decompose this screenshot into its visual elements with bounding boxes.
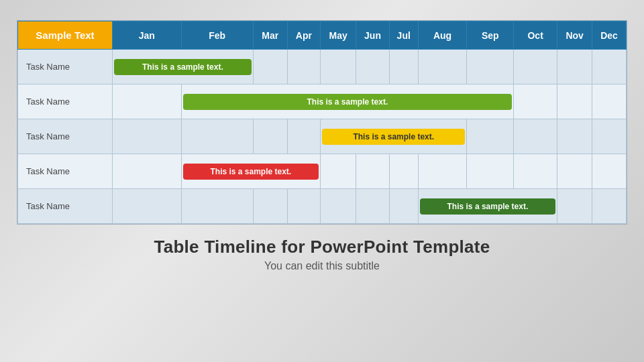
header-feb: Feb bbox=[181, 21, 253, 50]
header-jan: Jan bbox=[112, 21, 181, 50]
empty-cell-0-3 bbox=[287, 50, 321, 84]
empty-cell-0-9 bbox=[514, 50, 557, 84]
gantt-bar-3: This is a sample text. bbox=[183, 164, 319, 180]
empty-cell-2-3 bbox=[287, 119, 321, 154]
gantt-bar-2: This is a sample text. bbox=[322, 129, 465, 145]
header-aug: Aug bbox=[418, 21, 467, 50]
gantt-bar-1: This is a sample text. bbox=[183, 94, 513, 110]
footer-title: Table Timeline for PowerPoint Template bbox=[154, 237, 490, 257]
task-label-0: Task Name bbox=[18, 50, 113, 84]
bar-cell-3: This is a sample text. bbox=[181, 154, 321, 189]
bar-cell-2: This is a sample text. bbox=[321, 119, 467, 154]
empty-cell-4-3 bbox=[287, 189, 321, 224]
empty-cell-3-5 bbox=[356, 154, 390, 189]
empty-cell-3-4 bbox=[321, 154, 356, 189]
empty-cell-1-0 bbox=[112, 84, 181, 119]
task-label-1: Task Name bbox=[18, 84, 113, 119]
table-row: Task NameThis is a sample text. bbox=[18, 119, 627, 154]
header-sep: Sep bbox=[467, 21, 514, 50]
footer: Table Timeline for PowerPoint Template Y… bbox=[154, 237, 490, 272]
bar-cell-0: This is a sample text. bbox=[112, 50, 253, 84]
empty-cell-4-4 bbox=[321, 189, 356, 224]
gantt-bar-0: This is a sample text. bbox=[114, 59, 252, 75]
header-nov: Nov bbox=[557, 21, 592, 50]
empty-cell-2-9 bbox=[514, 119, 557, 154]
empty-cell-2-8 bbox=[467, 119, 514, 154]
footer-subtitle: You can edit this subtitle bbox=[154, 260, 490, 272]
empty-cell-2-2 bbox=[253, 119, 287, 154]
empty-cell-4-6 bbox=[389, 189, 418, 224]
header-may: May bbox=[321, 21, 356, 50]
bar-cell-4: This is a sample text. bbox=[418, 189, 557, 224]
header-oct: Oct bbox=[514, 21, 557, 50]
empty-cell-4-1 bbox=[181, 189, 253, 224]
task-label-4: Task Name bbox=[18, 189, 113, 224]
empty-cell-3-9 bbox=[514, 154, 557, 189]
table-row: Task NameThis is a sample text. bbox=[18, 189, 627, 224]
timeline-table-container: Sample Text Jan Feb Mar Apr May Jun Jul … bbox=[17, 20, 627, 225]
empty-cell-1-10 bbox=[557, 84, 592, 119]
empty-cell-3-10 bbox=[557, 154, 592, 189]
empty-cell-3-6 bbox=[389, 154, 418, 189]
empty-cell-0-2 bbox=[253, 50, 287, 84]
gantt-bar-4: This is a sample text. bbox=[420, 198, 556, 215]
empty-cell-2-0 bbox=[112, 119, 181, 154]
empty-cell-0-10 bbox=[557, 50, 592, 84]
header-title: Sample Text bbox=[18, 21, 113, 50]
header-mar: Mar bbox=[253, 21, 287, 50]
empty-cell-0-7 bbox=[418, 50, 467, 84]
empty-cell-4-2 bbox=[253, 189, 287, 224]
empty-cell-0-6 bbox=[389, 50, 418, 84]
table-row: Task NameThis is a sample text. bbox=[18, 154, 627, 189]
empty-cell-0-11 bbox=[592, 50, 627, 84]
empty-cell-4-0 bbox=[112, 189, 181, 224]
empty-cell-4-5 bbox=[356, 189, 390, 224]
empty-cell-2-1 bbox=[181, 119, 253, 154]
task-label-3: Task Name bbox=[18, 154, 113, 189]
header-apr: Apr bbox=[287, 21, 321, 50]
empty-cell-3-11 bbox=[592, 154, 627, 189]
table-row: Task NameThis is a sample text. bbox=[18, 84, 627, 119]
empty-cell-1-11 bbox=[592, 84, 627, 119]
empty-cell-1-9 bbox=[514, 84, 557, 119]
empty-cell-0-8 bbox=[467, 50, 514, 84]
empty-cell-0-4 bbox=[321, 50, 356, 84]
task-label-2: Task Name bbox=[18, 119, 113, 154]
header-jul: Jul bbox=[389, 21, 418, 50]
empty-cell-4-10 bbox=[557, 189, 592, 224]
empty-cell-0-5 bbox=[356, 50, 390, 84]
empty-cell-2-11 bbox=[592, 119, 627, 154]
header-jun: Jun bbox=[356, 21, 390, 50]
empty-cell-3-8 bbox=[467, 154, 514, 189]
empty-cell-2-10 bbox=[557, 119, 592, 154]
table-row: Task NameThis is a sample text. bbox=[18, 50, 627, 84]
header-dec: Dec bbox=[592, 21, 627, 50]
empty-cell-3-7 bbox=[418, 154, 467, 189]
empty-cell-3-0 bbox=[112, 154, 181, 189]
empty-cell-4-11 bbox=[592, 189, 627, 224]
bar-cell-1: This is a sample text. bbox=[181, 84, 514, 119]
